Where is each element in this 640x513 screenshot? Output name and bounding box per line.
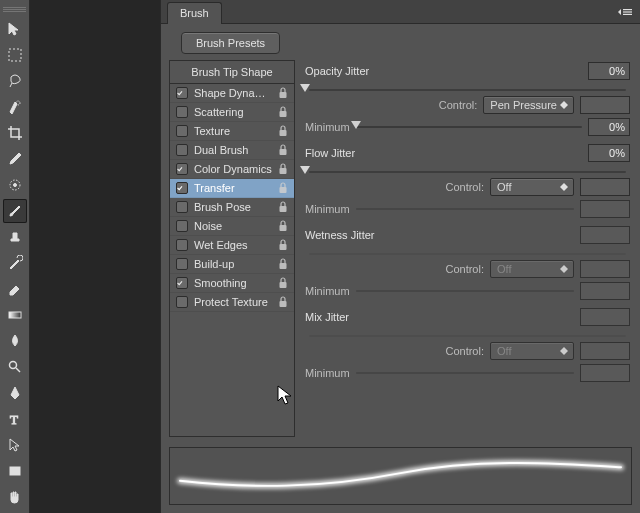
- lock-icon[interactable]: [278, 125, 288, 137]
- checkbox-icon[interactable]: [176, 163, 188, 175]
- wetness-minimum-slider: [356, 287, 574, 295]
- pen-tool[interactable]: [3, 381, 27, 405]
- dodge-tool[interactable]: [3, 355, 27, 379]
- mix-control-extra: [580, 342, 630, 360]
- healing-brush-tool[interactable]: [3, 173, 27, 197]
- wetness-jitter-slider: [305, 246, 630, 258]
- option-protect-texture[interactable]: Protect Texture: [170, 293, 294, 312]
- hand-tool[interactable]: [3, 485, 27, 509]
- lock-icon[interactable]: [278, 201, 288, 213]
- crop-tool[interactable]: [3, 121, 27, 145]
- checkbox-icon[interactable]: [176, 87, 188, 99]
- lasso-tool[interactable]: [3, 69, 27, 93]
- option-texture[interactable]: Texture: [170, 122, 294, 141]
- opacity-control-extra[interactable]: [580, 96, 630, 114]
- path-select-tool[interactable]: [3, 433, 27, 457]
- option-color-dynamics[interactable]: Color Dynamics: [170, 160, 294, 179]
- lock-icon[interactable]: [278, 258, 288, 270]
- brush-tip-shape-header[interactable]: Brush Tip Shape: [170, 61, 294, 84]
- wetness-minimum-label: Minimum: [305, 285, 350, 297]
- svg-rect-19: [280, 244, 287, 250]
- lock-icon[interactable]: [278, 220, 288, 232]
- lock-icon[interactable]: [278, 144, 288, 156]
- flow-control-dropdown[interactable]: Off: [490, 178, 574, 196]
- option-label: Build-up: [194, 258, 272, 270]
- option-scattering[interactable]: Scattering: [170, 103, 294, 122]
- type-tool[interactable]: T: [3, 407, 27, 431]
- mix-minimum-label: Minimum: [305, 367, 350, 379]
- blur-tool[interactable]: [3, 329, 27, 353]
- gradient-tool[interactable]: [3, 303, 27, 327]
- checkbox-icon[interactable]: [176, 106, 188, 118]
- option-label: Wet Edges: [194, 239, 272, 251]
- flow-jitter-value[interactable]: 0%: [588, 144, 630, 162]
- option-smoothing[interactable]: Smoothing: [170, 274, 294, 293]
- option-label: Dual Brush: [194, 144, 272, 156]
- lock-icon[interactable]: [278, 163, 288, 175]
- brush-stroke-preview: [169, 447, 632, 505]
- option-label: Color Dynamics: [194, 163, 272, 175]
- checkbox-icon[interactable]: [176, 144, 188, 156]
- option-label: Protect Texture: [194, 296, 272, 308]
- tool-strip: T: [0, 0, 30, 513]
- brush-options-list: Brush Tip Shape Shape DynamicsScattering…: [169, 60, 295, 437]
- option-wet-edges[interactable]: Wet Edges: [170, 236, 294, 255]
- opacity-jitter-slider[interactable]: [305, 82, 630, 94]
- move-tool[interactable]: [3, 17, 27, 41]
- svg-point-3: [13, 184, 16, 187]
- mix-jitter-label: Mix Jitter: [305, 311, 349, 323]
- wetness-control-extra: [580, 260, 630, 278]
- flow-jitter-slider[interactable]: [305, 164, 630, 176]
- opacity-minimum-value[interactable]: 0%: [588, 118, 630, 136]
- toolstrip-grip[interactable]: [3, 7, 26, 13]
- svg-rect-18: [280, 225, 287, 231]
- opacity-minimum-slider[interactable]: [356, 123, 582, 131]
- brush-tool[interactable]: [3, 199, 27, 223]
- option-label: Brush Pose: [194, 201, 272, 213]
- checkbox-icon[interactable]: [176, 258, 188, 270]
- panel-flyout-menu[interactable]: [616, 6, 634, 18]
- marquee-tool[interactable]: [3, 43, 27, 67]
- option-dual-brush[interactable]: Dual Brush: [170, 141, 294, 160]
- quick-select-tool[interactable]: [3, 95, 27, 119]
- flow-minimum-label: Minimum: [305, 203, 350, 215]
- tab-brush[interactable]: Brush: [167, 2, 222, 24]
- lock-icon[interactable]: [278, 106, 288, 118]
- brush-presets-button[interactable]: Brush Presets: [181, 32, 280, 54]
- svg-rect-13: [280, 130, 287, 136]
- clone-stamp-tool[interactable]: [3, 225, 27, 249]
- option-transfer[interactable]: Transfer: [170, 179, 294, 198]
- lock-icon[interactable]: [278, 182, 288, 194]
- checkbox-icon[interactable]: [176, 277, 188, 289]
- wetness-jitter-value: [580, 226, 630, 244]
- rectangle-tool[interactable]: [3, 459, 27, 483]
- option-build-up[interactable]: Build-up: [170, 255, 294, 274]
- svg-rect-17: [280, 206, 287, 212]
- option-brush-pose[interactable]: Brush Pose: [170, 198, 294, 217]
- checkbox-icon[interactable]: [176, 296, 188, 308]
- svg-rect-21: [280, 282, 287, 288]
- eyedropper-tool[interactable]: [3, 147, 27, 171]
- opacity-control-dropdown[interactable]: Pen Pressure: [483, 96, 574, 114]
- svg-rect-9: [623, 11, 632, 12]
- flow-control-extra[interactable]: [580, 178, 630, 196]
- checkbox-icon[interactable]: [176, 201, 188, 213]
- checkbox-icon[interactable]: [176, 182, 188, 194]
- option-shape-dynamics[interactable]: Shape Dynamics: [170, 84, 294, 103]
- eraser-tool[interactable]: [3, 277, 27, 301]
- mix-jitter-slider: [305, 328, 630, 340]
- lock-icon[interactable]: [278, 239, 288, 251]
- opacity-jitter-value[interactable]: 0%: [588, 62, 630, 80]
- checkbox-icon[interactable]: [176, 220, 188, 232]
- workspace: T Brush Brush Presets Brush Tip Shape Sh…: [0, 0, 640, 513]
- option-label: Smoothing: [194, 277, 272, 289]
- lock-icon[interactable]: [278, 296, 288, 308]
- option-noise[interactable]: Noise: [170, 217, 294, 236]
- opacity-jitter-label: Opacity Jitter: [305, 65, 369, 77]
- history-brush-tool[interactable]: [3, 251, 27, 275]
- wetness-control-dropdown: Off: [490, 260, 574, 278]
- checkbox-icon[interactable]: [176, 239, 188, 251]
- checkbox-icon[interactable]: [176, 125, 188, 137]
- lock-icon[interactable]: [278, 87, 288, 99]
- lock-icon[interactable]: [278, 277, 288, 289]
